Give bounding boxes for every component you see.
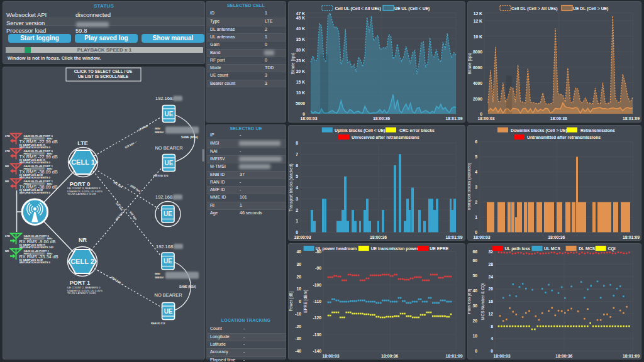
svg-text:18:00:36: 18:00:36 xyxy=(370,235,387,239)
svg-text:SATURATION EVENTS 0: SATURATION EVENTS 0 xyxy=(19,146,51,149)
svg-text:18:01:09: 18:01:09 xyxy=(445,235,462,239)
svg-text:192.168.: 192.168. xyxy=(156,244,174,250)
svg-text:Bitrate [bps]: Bitrate [bps] xyxy=(291,52,296,74)
svg-text:NO BEARER: NO BEARER xyxy=(155,145,183,151)
svg-text:4: 4 xyxy=(475,170,477,174)
svg-text:15 K: 15 K xyxy=(296,80,305,84)
svg-text:30: 30 xyxy=(296,262,301,266)
svg-text:10 K: 10 K xyxy=(296,90,305,95)
svg-text:18:01:09: 18:01:09 xyxy=(623,354,640,358)
svg-text:35 K: 35 K xyxy=(296,37,305,41)
svg-text:UL power headroom: UL power headroom xyxy=(316,246,357,251)
svg-text:RAB ID 213: RAB ID 213 xyxy=(151,322,165,325)
svg-text:CLICK TO SELECT CELL / UE: CLICK TO SELECT CELL / UE xyxy=(74,69,133,74)
svg-text:20: 20 xyxy=(472,319,477,323)
svg-text:-10: -10 xyxy=(295,312,301,316)
svg-text:SAME (NSA): SAME (NSA) xyxy=(181,136,198,139)
svg-text:901 bps →: 901 bps → xyxy=(113,180,126,190)
svg-text:DL MCS: DL MCS xyxy=(579,246,595,251)
svg-text:UE DL (Cell > UE): UE DL (Cell > UE) xyxy=(573,6,608,11)
svg-text:-130: -130 xyxy=(313,332,321,337)
svg-text:20: 20 xyxy=(488,287,493,291)
svg-text:Cell DL (Cell > All UEs): Cell DL (Cell > All UEs) xyxy=(511,6,557,11)
svg-text:2: 2 xyxy=(296,208,298,212)
svg-text:UE EPRE: UE EPRE xyxy=(430,246,448,251)
svg-text:UE UL (Cell < UE): UE UL (Cell < UE) xyxy=(394,6,430,11)
svg-text:← 865 bps: ← 865 bps xyxy=(113,211,124,224)
svg-text:RNTI ID 170: RNTI ID 170 xyxy=(153,174,169,177)
svg-text:-20: -20 xyxy=(295,324,301,329)
svg-text:CELL 2: CELL 2 xyxy=(70,258,94,265)
svg-text:18:00:36: 18:00:36 xyxy=(548,235,565,239)
svg-text:7: 7 xyxy=(296,152,298,156)
svg-text:IMSI: IMSI xyxy=(155,127,160,130)
svg-text:24: 24 xyxy=(488,275,493,279)
svg-text:6: 6 xyxy=(296,163,298,168)
svg-text:CELL 1: CELL 1 xyxy=(71,158,95,166)
svg-text:Path loss [dB]: Path loss [dB] xyxy=(468,288,472,314)
svg-text:18:01:09: 18:01:09 xyxy=(623,116,640,121)
svg-text:30 K: 30 K xyxy=(296,48,305,52)
svg-text:12 K: 12 K xyxy=(474,19,482,23)
svg-text:47 K: 47 K xyxy=(296,11,305,16)
svg-text:0: 0 xyxy=(475,230,477,234)
svg-text:SATURATION EVENTS 0: SATURATION EVENTS 0 xyxy=(19,191,51,194)
svg-text:8: 8 xyxy=(491,324,493,329)
svg-text:18:00:03: 18:00:03 xyxy=(477,116,494,121)
svg-text:2704 bps →: 2704 bps → xyxy=(110,276,125,286)
svg-text:UE transmission power: UE transmission power xyxy=(371,246,419,251)
svg-text:18:00:03: 18:00:03 xyxy=(493,354,510,358)
svg-text:6000: 6000 xyxy=(473,65,482,70)
svg-text:-120: -120 xyxy=(313,315,321,320)
svg-text:UE: UE xyxy=(164,258,172,265)
svg-text:UE: UE xyxy=(165,160,174,167)
svg-text:0: 0 xyxy=(299,299,301,304)
svg-text:1: 1 xyxy=(296,219,298,223)
svg-text:12 K: 12 K xyxy=(474,11,482,16)
svg-text:UE: UE xyxy=(164,308,173,315)
svg-text:UL MCS: UL MCS xyxy=(544,246,560,251)
svg-text:SATURATION EVENTS 0: SATURATION EVENTS 0 xyxy=(19,261,51,264)
svg-text:LTE: LTE xyxy=(5,150,10,153)
svg-text:← 3388 bps: ← 3388 bps xyxy=(126,182,141,193)
svg-text:← 17 Kbps: ← 17 Kbps xyxy=(135,124,148,134)
svg-text:Bitrate [bps]: Bitrate [bps] xyxy=(468,52,472,74)
svg-text:2000: 2000 xyxy=(473,97,482,101)
svg-text:192.168.: 192.168. xyxy=(155,194,174,200)
svg-text:10: 10 xyxy=(296,287,301,291)
svg-text:30: 30 xyxy=(472,304,477,308)
svg-text:LTE: LTE xyxy=(5,134,10,138)
svg-text:4: 4 xyxy=(491,336,493,341)
svg-text:4: 4 xyxy=(296,185,298,190)
svg-text:-110: -110 xyxy=(313,299,321,304)
svg-text:5000: 5000 xyxy=(296,101,305,106)
svg-text:NR: NR xyxy=(5,165,9,168)
svg-text:TX-RX LATENCY 3.178: TX-RX LATENCY 3.178 xyxy=(67,192,96,195)
svg-text:SATURATION EVENTS 0: SATURATION EVENTS 0 xyxy=(19,161,51,164)
svg-text:-30: -30 xyxy=(295,336,301,341)
svg-text:SATURATION EVENTS 743: SATURATION EVENTS 743 xyxy=(19,246,54,249)
svg-text:Power [dB]: Power [dB] xyxy=(289,291,294,311)
svg-text:MCS Number & CQI: MCS Number & CQI xyxy=(480,283,486,320)
svg-text:18:00:36: 18:00:36 xyxy=(381,354,398,358)
svg-text:18:01:09: 18:01:09 xyxy=(445,116,462,121)
svg-text:18:00:03: 18:00:03 xyxy=(294,235,311,239)
svg-text:20: 20 xyxy=(296,275,301,279)
svg-text:40: 40 xyxy=(472,288,477,293)
svg-text:CQI: CQI xyxy=(608,246,616,251)
svg-text:3: 3 xyxy=(475,185,477,189)
svg-text:Uplink blocks (Cell < UE): Uplink blocks (Cell < UE) xyxy=(335,128,385,133)
svg-text:18:00:36: 18:00:36 xyxy=(555,354,572,358)
svg-text:Untransmitted after retransmis: Untransmitted after retransmissions xyxy=(527,135,601,140)
svg-text:18:01:09: 18:01:09 xyxy=(445,354,462,358)
svg-text:Retransmissions: Retransmissions xyxy=(580,128,615,133)
svg-text:12: 12 xyxy=(488,312,493,316)
svg-text:192.168.: 192.168. xyxy=(155,96,174,101)
svg-text:18:00:03: 18:00:03 xyxy=(300,116,317,121)
svg-text:6: 6 xyxy=(475,140,477,144)
svg-text:10 K: 10 K xyxy=(474,35,482,39)
svg-text:18:00:03: 18:00:03 xyxy=(322,354,339,358)
svg-text:3: 3 xyxy=(296,197,298,201)
svg-text:Cell UL (Cell < All UEs): Cell UL (Cell < All UEs) xyxy=(335,6,380,11)
svg-text:60: 60 xyxy=(472,258,477,263)
